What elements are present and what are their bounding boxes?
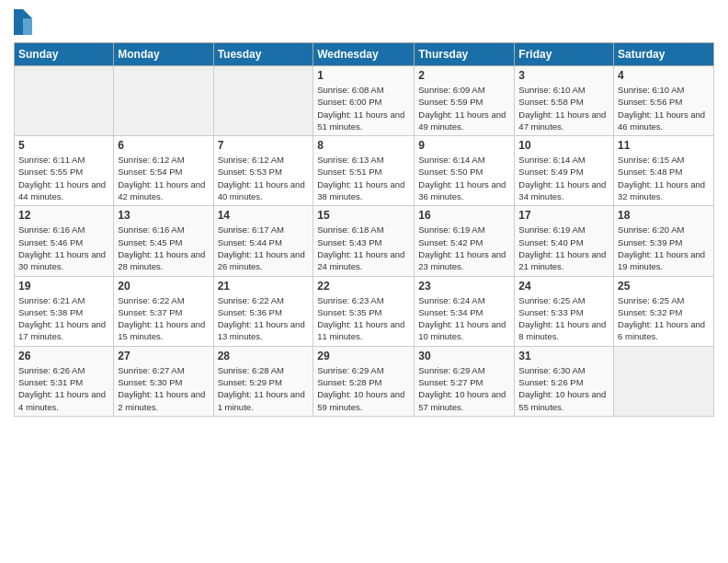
calendar-week-row: 19Sunrise: 6:21 AM Sunset: 5:38 PM Dayli… <box>15 276 714 346</box>
calendar-cell: 25Sunrise: 6:25 AM Sunset: 5:32 PM Dayli… <box>614 276 714 346</box>
calendar-cell: 27Sunrise: 6:27 AM Sunset: 5:30 PM Dayli… <box>114 346 213 416</box>
calendar-week-row: 1Sunrise: 6:08 AM Sunset: 6:00 PM Daylig… <box>15 66 714 136</box>
day-number: 15 <box>317 209 410 222</box>
day-info: Sunrise: 6:21 AM Sunset: 5:38 PM Dayligh… <box>18 294 109 343</box>
day-info: Sunrise: 6:12 AM Sunset: 5:53 PM Dayligh… <box>218 154 310 202</box>
calendar-cell: 13Sunrise: 6:16 AM Sunset: 5:45 PM Dayli… <box>114 206 213 276</box>
day-number: 6 <box>118 139 209 152</box>
calendar-cell: 16Sunrise: 6:19 AM Sunset: 5:42 PM Dayli… <box>415 206 515 276</box>
calendar-cell: 17Sunrise: 6:19 AM Sunset: 5:40 PM Dayli… <box>515 206 614 276</box>
day-info: Sunrise: 6:28 AM Sunset: 5:29 PM Dayligh… <box>218 364 310 413</box>
calendar-cell <box>614 346 714 416</box>
day-number: 26 <box>18 350 109 362</box>
svg-marker-2 <box>14 9 23 35</box>
day-number: 27 <box>118 350 209 362</box>
svg-marker-0 <box>23 9 32 18</box>
day-info: Sunrise: 6:10 AM Sunset: 5:56 PM Dayligh… <box>618 84 710 132</box>
calendar-header-saturday: Saturday <box>614 43 714 66</box>
calendar-week-row: 5Sunrise: 6:11 AM Sunset: 5:55 PM Daylig… <box>15 136 714 206</box>
day-info: Sunrise: 6:27 AM Sunset: 5:30 PM Dayligh… <box>118 364 209 413</box>
calendar-cell: 19Sunrise: 6:21 AM Sunset: 5:38 PM Dayli… <box>15 276 114 346</box>
day-info: Sunrise: 6:26 AM Sunset: 5:31 PM Dayligh… <box>18 364 109 413</box>
day-info: Sunrise: 6:22 AM Sunset: 5:37 PM Dayligh… <box>118 294 209 343</box>
calendar-cell: 10Sunrise: 6:14 AM Sunset: 5:49 PM Dayli… <box>515 136 614 206</box>
day-info: Sunrise: 6:30 AM Sunset: 5:26 PM Dayligh… <box>518 364 609 413</box>
day-number: 11 <box>618 139 710 152</box>
day-number: 14 <box>218 209 310 222</box>
calendar-cell: 12Sunrise: 6:16 AM Sunset: 5:46 PM Dayli… <box>15 206 114 276</box>
day-number: 29 <box>317 350 410 362</box>
day-number: 5 <box>18 139 109 152</box>
calendar-cell: 3Sunrise: 6:10 AM Sunset: 5:58 PM Daylig… <box>515 66 614 136</box>
day-number: 22 <box>317 280 410 293</box>
calendar-cell: 4Sunrise: 6:10 AM Sunset: 5:56 PM Daylig… <box>614 66 714 136</box>
calendar-header-tuesday: Tuesday <box>213 43 313 66</box>
day-info: Sunrise: 6:29 AM Sunset: 5:28 PM Dayligh… <box>317 364 410 413</box>
calendar-header-monday: Monday <box>114 43 213 66</box>
day-number: 7 <box>218 139 310 152</box>
calendar-cell: 5Sunrise: 6:11 AM Sunset: 5:55 PM Daylig… <box>15 136 114 206</box>
day-info: Sunrise: 6:22 AM Sunset: 5:36 PM Dayligh… <box>218 294 310 343</box>
day-info: Sunrise: 6:10 AM Sunset: 5:58 PM Dayligh… <box>518 84 609 132</box>
day-info: Sunrise: 6:25 AM Sunset: 5:33 PM Dayligh… <box>518 294 609 343</box>
calendar-cell: 20Sunrise: 6:22 AM Sunset: 5:37 PM Dayli… <box>114 276 213 346</box>
calendar-cell: 2Sunrise: 6:09 AM Sunset: 5:59 PM Daylig… <box>415 66 515 136</box>
day-number: 10 <box>518 139 609 152</box>
calendar-header-row: SundayMondayTuesdayWednesdayThursdayFrid… <box>15 43 714 66</box>
calendar-header-wednesday: Wednesday <box>313 43 415 66</box>
day-number: 16 <box>418 209 510 222</box>
day-number: 30 <box>418 350 510 362</box>
day-number: 24 <box>518 280 609 293</box>
day-info: Sunrise: 6:18 AM Sunset: 5:43 PM Dayligh… <box>317 224 410 272</box>
logo <box>14 9 35 35</box>
day-info: Sunrise: 6:16 AM Sunset: 5:46 PM Dayligh… <box>18 224 109 272</box>
calendar-table: SundayMondayTuesdayWednesdayThursdayFrid… <box>14 42 714 417</box>
day-info: Sunrise: 6:25 AM Sunset: 5:32 PM Dayligh… <box>618 294 710 343</box>
day-info: Sunrise: 6:13 AM Sunset: 5:51 PM Dayligh… <box>317 154 410 202</box>
day-number: 8 <box>317 139 410 152</box>
day-info: Sunrise: 6:09 AM Sunset: 5:59 PM Dayligh… <box>418 84 510 132</box>
day-number: 4 <box>618 69 710 82</box>
day-number: 18 <box>618 209 710 222</box>
logo-icon <box>14 9 32 35</box>
calendar-week-row: 26Sunrise: 6:26 AM Sunset: 5:31 PM Dayli… <box>15 346 714 416</box>
calendar-cell: 26Sunrise: 6:26 AM Sunset: 5:31 PM Dayli… <box>15 346 114 416</box>
day-number: 2 <box>418 69 510 82</box>
day-number: 9 <box>418 139 510 152</box>
day-info: Sunrise: 6:23 AM Sunset: 5:35 PM Dayligh… <box>317 294 410 343</box>
day-info: Sunrise: 6:19 AM Sunset: 5:40 PM Dayligh… <box>518 224 609 272</box>
calendar-cell: 28Sunrise: 6:28 AM Sunset: 5:29 PM Dayli… <box>213 346 313 416</box>
calendar-cell: 30Sunrise: 6:29 AM Sunset: 5:27 PM Dayli… <box>415 346 515 416</box>
day-number: 31 <box>518 350 609 362</box>
calendar-header-friday: Friday <box>515 43 614 66</box>
day-number: 1 <box>317 69 410 82</box>
day-number: 23 <box>418 280 510 293</box>
day-number: 19 <box>18 280 109 293</box>
calendar-cell: 21Sunrise: 6:22 AM Sunset: 5:36 PM Dayli… <box>213 276 313 346</box>
calendar-cell: 8Sunrise: 6:13 AM Sunset: 5:51 PM Daylig… <box>313 136 415 206</box>
svg-marker-1 <box>23 18 32 35</box>
calendar-cell <box>114 66 213 136</box>
day-info: Sunrise: 6:24 AM Sunset: 5:34 PM Dayligh… <box>418 294 510 343</box>
day-number: 20 <box>118 280 209 293</box>
day-info: Sunrise: 6:17 AM Sunset: 5:44 PM Dayligh… <box>218 224 310 272</box>
calendar-cell: 6Sunrise: 6:12 AM Sunset: 5:54 PM Daylig… <box>114 136 213 206</box>
calendar-page: SundayMondayTuesdayWednesdayThursdayFrid… <box>0 0 728 563</box>
day-info: Sunrise: 6:14 AM Sunset: 5:50 PM Dayligh… <box>418 154 510 202</box>
day-info: Sunrise: 6:16 AM Sunset: 5:45 PM Dayligh… <box>118 224 209 272</box>
calendar-cell: 23Sunrise: 6:24 AM Sunset: 5:34 PM Dayli… <box>415 276 515 346</box>
calendar-cell: 24Sunrise: 6:25 AM Sunset: 5:33 PM Dayli… <box>515 276 614 346</box>
calendar-cell: 14Sunrise: 6:17 AM Sunset: 5:44 PM Dayli… <box>213 206 313 276</box>
calendar-cell: 29Sunrise: 6:29 AM Sunset: 5:28 PM Dayli… <box>313 346 415 416</box>
day-info: Sunrise: 6:19 AM Sunset: 5:42 PM Dayligh… <box>418 224 510 272</box>
calendar-header-sunday: Sunday <box>15 43 114 66</box>
day-info: Sunrise: 6:12 AM Sunset: 5:54 PM Dayligh… <box>118 154 209 202</box>
calendar-cell: 31Sunrise: 6:30 AM Sunset: 5:26 PM Dayli… <box>515 346 614 416</box>
day-number: 3 <box>518 69 609 82</box>
day-number: 28 <box>218 350 310 362</box>
day-number: 13 <box>118 209 209 222</box>
calendar-week-row: 12Sunrise: 6:16 AM Sunset: 5:46 PM Dayli… <box>15 206 714 276</box>
calendar-cell: 15Sunrise: 6:18 AM Sunset: 5:43 PM Dayli… <box>313 206 415 276</box>
day-number: 25 <box>618 280 710 293</box>
header <box>14 9 714 35</box>
